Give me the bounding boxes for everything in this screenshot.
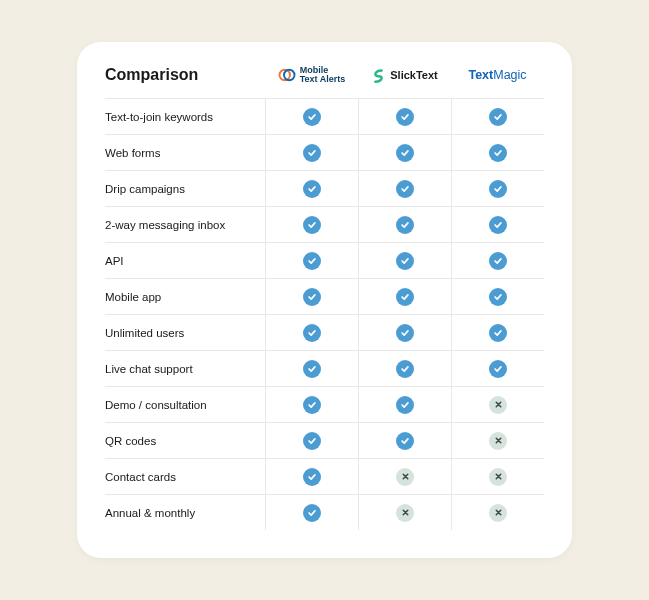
check-icon bbox=[396, 108, 414, 126]
row-cells bbox=[265, 135, 544, 170]
mta-line2: Text Alerts bbox=[300, 75, 346, 84]
cell bbox=[451, 207, 544, 242]
row-label: Annual & monthly bbox=[105, 499, 265, 527]
comparison-rows: Text-to-join keywordsWeb formsDrip campa… bbox=[105, 98, 544, 530]
mobile-text-alerts-logo-icon bbox=[278, 66, 296, 84]
check-icon bbox=[303, 432, 321, 450]
cell bbox=[265, 279, 358, 314]
check-icon bbox=[396, 360, 414, 378]
check-icon bbox=[303, 288, 321, 306]
x-icon bbox=[489, 432, 507, 450]
check-icon bbox=[396, 432, 414, 450]
tm-text-part: Text bbox=[468, 68, 493, 82]
table-row: Annual & monthly bbox=[105, 494, 544, 530]
cell bbox=[451, 315, 544, 350]
cell bbox=[265, 387, 358, 422]
check-icon bbox=[303, 108, 321, 126]
cell bbox=[358, 171, 451, 206]
check-icon bbox=[303, 144, 321, 162]
check-icon bbox=[303, 396, 321, 414]
table-row: 2-way messaging inbox bbox=[105, 206, 544, 242]
slicktext-logo-text: SlickText bbox=[390, 69, 438, 81]
row-label: Mobile app bbox=[105, 283, 265, 311]
cell bbox=[265, 459, 358, 494]
check-icon bbox=[489, 324, 507, 342]
row-cells bbox=[265, 459, 544, 494]
row-label: Contact cards bbox=[105, 463, 265, 491]
check-icon bbox=[489, 360, 507, 378]
cell bbox=[358, 315, 451, 350]
row-label: Live chat support bbox=[105, 355, 265, 383]
table-row: Unlimited users bbox=[105, 314, 544, 350]
cell bbox=[265, 495, 358, 530]
table-row: Web forms bbox=[105, 134, 544, 170]
cell bbox=[451, 279, 544, 314]
check-icon bbox=[396, 396, 414, 414]
check-icon bbox=[396, 180, 414, 198]
cell bbox=[265, 99, 358, 134]
row-cells bbox=[265, 171, 544, 206]
check-icon bbox=[303, 504, 321, 522]
cell bbox=[358, 459, 451, 494]
provider-textmagic: TextMagic bbox=[451, 66, 544, 85]
check-icon bbox=[489, 288, 507, 306]
table-row: API bbox=[105, 242, 544, 278]
cell bbox=[451, 243, 544, 278]
cell bbox=[451, 135, 544, 170]
cell bbox=[265, 135, 358, 170]
table-row: Mobile app bbox=[105, 278, 544, 314]
cell bbox=[265, 315, 358, 350]
row-label: QR codes bbox=[105, 427, 265, 455]
row-label: Drip campaigns bbox=[105, 175, 265, 203]
table-row: Contact cards bbox=[105, 458, 544, 494]
check-icon bbox=[396, 144, 414, 162]
cell bbox=[265, 423, 358, 458]
check-icon bbox=[303, 180, 321, 198]
check-icon bbox=[303, 252, 321, 270]
table-row: Text-to-join keywords bbox=[105, 98, 544, 134]
cell bbox=[358, 279, 451, 314]
cell bbox=[358, 351, 451, 386]
cell bbox=[451, 171, 544, 206]
tm-magic-part: Magic bbox=[493, 68, 526, 82]
provider-mobile-text-alerts: Mobile Text Alerts bbox=[265, 66, 358, 85]
cell bbox=[358, 423, 451, 458]
cell bbox=[265, 207, 358, 242]
cell bbox=[358, 99, 451, 134]
comparison-card: Comparison Mobile Text Alerts SlickText bbox=[77, 42, 572, 559]
cell bbox=[451, 351, 544, 386]
check-icon bbox=[489, 144, 507, 162]
table-row: Live chat support bbox=[105, 350, 544, 386]
cell bbox=[265, 171, 358, 206]
row-label: 2-way messaging inbox bbox=[105, 211, 265, 239]
cell bbox=[265, 243, 358, 278]
row-cells bbox=[265, 207, 544, 242]
row-cells bbox=[265, 387, 544, 422]
row-label: API bbox=[105, 247, 265, 275]
cell bbox=[358, 207, 451, 242]
check-icon bbox=[303, 468, 321, 486]
cell bbox=[451, 459, 544, 494]
check-icon bbox=[303, 324, 321, 342]
provider-slicktext: SlickText bbox=[358, 66, 451, 85]
row-label: Unlimited users bbox=[105, 319, 265, 347]
cell bbox=[451, 495, 544, 530]
cell bbox=[265, 351, 358, 386]
table-row: Drip campaigns bbox=[105, 170, 544, 206]
check-icon bbox=[303, 360, 321, 378]
header-row: Comparison Mobile Text Alerts SlickText bbox=[105, 66, 544, 99]
cell bbox=[358, 135, 451, 170]
x-icon bbox=[396, 504, 414, 522]
x-icon bbox=[489, 504, 507, 522]
check-icon bbox=[396, 324, 414, 342]
cell bbox=[358, 243, 451, 278]
row-cells bbox=[265, 99, 544, 134]
cell bbox=[451, 423, 544, 458]
x-icon bbox=[489, 468, 507, 486]
row-cells bbox=[265, 279, 544, 314]
row-cells bbox=[265, 423, 544, 458]
check-icon bbox=[489, 216, 507, 234]
row-label: Demo / consultation bbox=[105, 391, 265, 419]
check-icon bbox=[396, 288, 414, 306]
row-cells bbox=[265, 243, 544, 278]
